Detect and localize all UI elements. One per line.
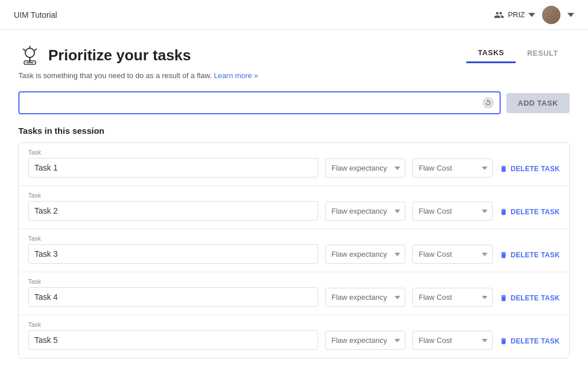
avatar-chevron-icon [567,11,574,18]
tab-tasks[interactable]: TASKS [466,44,516,63]
section-label: Tasks in this session [18,126,570,136]
cost-wrapper-1: Flaw Cost [412,159,493,177]
page-title-area: Prioritize your tasks [18,44,191,67]
task-search-input[interactable] [20,92,500,113]
page-header: Prioritize your tasks TASKS RESULT [18,44,570,67]
task-label-5: Task [28,321,318,328]
task-input-5[interactable] [28,330,318,350]
task-input-1[interactable] [28,158,318,177]
expectancy-select-4[interactable]: Flaw expectancy [325,288,405,307]
tasks-container: Task Flaw expectancy Flaw Cost DELETE TA… [18,142,570,358]
task-field-2: Task [28,192,318,221]
task-field-5: Task [28,321,318,350]
expectancy-wrapper-1: Flaw expectancy [325,159,405,177]
svg-line-3 [23,49,25,51]
cost-wrapper-3: Flaw Cost [412,245,493,264]
learn-more-link[interactable]: Learn more » [214,71,258,80]
task-label-3: Task [28,235,318,242]
trash-icon [500,337,508,345]
task-search-wrapper [18,91,501,114]
trash-icon [500,208,508,216]
cost-select-2[interactable]: Flaw Cost [412,202,493,221]
app-title: UIM Tutorial [14,10,57,20]
main-content: Prioritize your tasks TASKS RESULT Task … [0,30,588,372]
task-label-1: Task [28,149,318,156]
table-row: Task Flaw expectancy Flaw Cost DELETE TA… [19,186,569,229]
task-input-3[interactable] [28,244,318,264]
cost-select-3[interactable]: Flaw Cost [412,245,493,264]
users-icon [494,10,504,20]
page-title: Prioritize your tasks [48,47,191,64]
task-label-4: Task [28,278,318,285]
task-input-4[interactable] [28,287,318,307]
cost-select-5[interactable]: Flaw Cost [412,331,493,350]
delete-task-button-2[interactable]: DELETE TASK [500,208,560,221]
svg-line-4 [34,49,37,51]
page-tabs: TASKS RESULT [466,44,570,63]
expectancy-wrapper-5: Flaw expectancy [325,331,405,350]
delete-task-button-1[interactable]: DELETE TASK [500,165,560,177]
trash-icon [500,294,508,302]
task-input-2[interactable] [28,201,318,221]
cost-select-1[interactable]: Flaw Cost [412,159,493,177]
refresh-icon [485,99,492,106]
expectancy-wrapper-3: Flaw expectancy [325,245,405,264]
delete-task-button-3[interactable]: DELETE TASK [500,251,560,264]
expectancy-select-3[interactable]: Flaw expectancy [325,245,405,264]
task-field-1: Task [28,149,318,177]
app-header: UIM Tutorial PRIZ [0,0,588,30]
trash-icon [500,165,508,173]
add-task-row: ADD TASK [18,91,570,114]
delete-task-button-5[interactable]: DELETE TASK [500,337,560,350]
user-name: PRIZ [508,10,525,19]
subtitle: Task is something that you need to do as… [18,71,570,80]
table-row: Task Flaw expectancy Flaw Cost DELETE TA… [19,143,569,186]
task-label-2: Task [28,192,318,199]
task-field-3: Task [28,235,318,264]
chevron-down-icon [528,11,535,18]
expectancy-select-2[interactable]: Flaw expectancy [325,202,405,221]
svg-point-0 [25,48,34,57]
expectancy-select-5[interactable]: Flaw expectancy [325,331,405,350]
tab-result[interactable]: RESULT [516,44,570,63]
expectancy-wrapper-2: Flaw expectancy [325,202,405,221]
trash-icon [500,251,508,259]
cost-wrapper-5: Flaw Cost [412,331,493,350]
expectancy-wrapper-4: Flaw expectancy [325,288,405,307]
add-task-button[interactable]: ADD TASK [506,93,570,113]
cost-wrapper-4: Flaw Cost [412,288,493,307]
cost-wrapper-2: Flaw Cost [412,202,493,221]
delete-task-button-4[interactable]: DELETE TASK [500,294,560,307]
search-clear-button[interactable] [482,97,494,109]
table-row: Task Flaw expectancy Flaw Cost DELETE TA… [19,315,569,358]
task-field-4: Task [28,278,318,307]
page-icon [18,44,41,67]
user-menu[interactable]: PRIZ [494,10,535,20]
table-row: Task Flaw expectancy Flaw Cost DELETE TA… [19,272,569,315]
header-right: PRIZ [494,6,574,24]
expectancy-select-1[interactable]: Flaw expectancy [325,159,405,177]
avatar[interactable] [542,6,560,24]
cost-select-4[interactable]: Flaw Cost [412,288,493,307]
table-row: Task Flaw expectancy Flaw Cost DELETE TA… [19,229,569,272]
